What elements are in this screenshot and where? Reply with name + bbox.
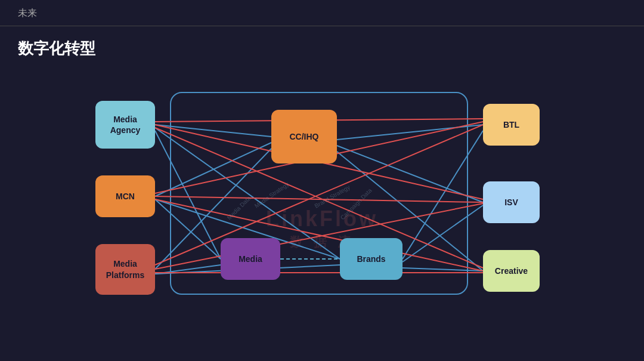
node-isv: ISV	[483, 181, 540, 223]
svg-line-14	[402, 268, 483, 271]
node-mcn: MCN	[95, 175, 155, 217]
svg-text:Brand Strategy: Brand Strategy	[314, 184, 351, 209]
diagram-area: LinkFlow 数 据 流	[0, 71, 644, 361]
svg-line-1	[155, 131, 221, 259]
svg-line-3	[155, 143, 271, 196]
svg-line-20	[155, 196, 483, 202]
watermark-en: LinkFlow	[266, 206, 378, 232]
svg-line-12	[402, 205, 483, 262]
header-title: 未来	[18, 8, 37, 18]
node-brands: Brands	[340, 238, 402, 280]
node-media-center: Media	[221, 238, 280, 280]
svg-line-4	[155, 199, 221, 259]
svg-line-7	[155, 265, 221, 274]
node-creative: Creative	[483, 250, 540, 292]
svg-line-23	[155, 203, 483, 269]
svg-line-11	[337, 146, 483, 202]
node-cc-ihq: CC/IHQ	[271, 110, 337, 163]
svg-line-9	[337, 125, 483, 140]
svg-line-10	[402, 131, 483, 259]
svg-text:Media Data: Media Data	[226, 195, 252, 221]
node-media-platforms: MediaPlatforms	[95, 244, 155, 295]
svg-line-21	[155, 199, 483, 271]
node-btl: BTL	[483, 104, 540, 146]
page-title: 数字化转型	[0, 26, 644, 65]
node-media-agency: MediaAgency	[95, 101, 155, 149]
svg-text:Media Strategy: Media Strategy	[253, 181, 290, 209]
header: 未来	[0, 0, 644, 26]
svg-line-0	[155, 125, 271, 137]
svg-text:Campaign Data: Campaign Data	[339, 187, 373, 221]
